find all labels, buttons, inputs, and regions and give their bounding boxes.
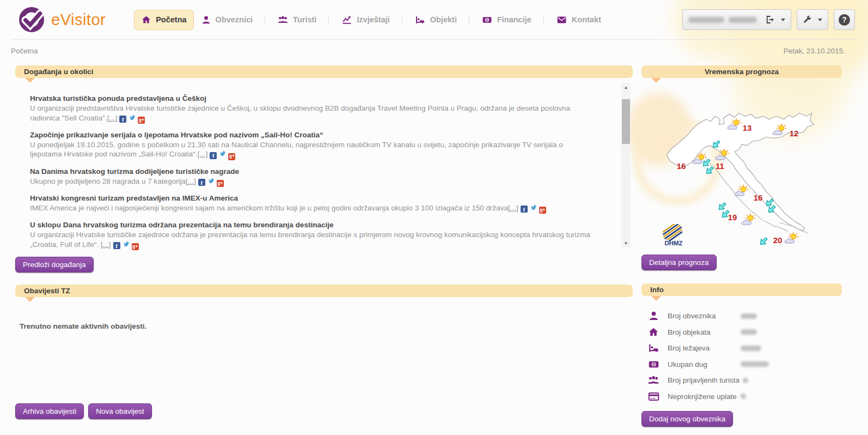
facebook-share-icon[interactable]: f [521,206,528,213]
info-label: Ukupan dug [668,360,737,368]
group-icon [277,15,289,25]
evisitor-logo[interactable]: eVisitor [17,5,106,34]
masked-value [743,378,748,383]
twitter-share-icon[interactable] [123,241,130,248]
notices-empty-message: Trenutno nemate aktivnih obavijesti. [20,322,633,330]
temperature-label: 16 [754,193,763,202]
nav-item-turisti[interactable]: Turisti [270,10,323,30]
info-row-turisti: Broj prijavljenih turista [641,372,842,389]
googleplus-share-icon[interactable]: g+ [228,153,235,160]
temperature-label: 20 [773,235,783,245]
top-bar: eVisitor Početna Obveznici Turisti [0,0,868,39]
user-toolbar: ? [682,9,855,30]
news-item-text: IMEX America je najveći i najposjećeniji… [30,204,508,212]
panel-title: Info [641,286,664,294]
nav-item-objekti[interactable]: Objekti [407,10,464,30]
notices-archive-button[interactable]: Arhiva obavijesti [15,403,84,419]
main-nav: Početna Obveznici Turisti Izvještaji [134,10,608,30]
news-item-title: Hrvatska turistička ponuda predstavljena… [30,94,595,102]
facebook-share-icon[interactable]: f [113,242,120,249]
scrollbar-thumb[interactable] [622,99,630,144]
nav-separator [469,15,469,25]
read-more-link[interactable]: [...] [107,114,118,122]
help-button[interactable]: ? [834,9,855,30]
news-item: Hrvatski kongresni turizam predstavljen … [30,194,595,214]
sun-cloud-icon [715,148,733,161]
scroll-down-arrow[interactable]: ▼ [621,239,631,247]
info-rows: Broj obveznika Broj objekata Broj ležaje… [641,308,842,404]
scroll-up-arrow[interactable]: ▲ [621,83,631,92]
news-item: Na Danima hrvatskog turizma dodijeljene … [30,167,595,187]
info-label: Neproknjižene uplate [668,392,737,401]
banknote-icon [646,359,661,370]
temperature-label: 19 [728,213,737,222]
news-item: Hrvatska turistička ponuda predstavljena… [30,94,595,124]
news-item-text: Ukupno je podijeljeno 28 nagrada u 7 kat… [30,177,186,185]
facebook-share-icon[interactable]: f [119,116,126,123]
banknote-icon [481,15,493,25]
home-icon [646,327,661,338]
nav-item-izvjestaji[interactable]: Izvještaji [334,10,396,30]
dhmz-logo: DHMZ [661,224,686,249]
twitter-share-icon[interactable] [129,114,136,122]
group-icon [646,374,661,386]
panel-title: Obavijesti TZ [15,287,70,295]
read-more-link[interactable]: [...] [508,204,518,212]
topbar-divider [11,39,857,40]
chart-icon [341,15,352,25]
add-new-obveznik-button[interactable]: Dodaj novog obveznika [641,411,733,427]
nav-label: Objekti [430,15,457,24]
wind-arrow-icon [711,139,722,150]
googleplus-share-icon[interactable]: g+ [217,180,224,187]
masked-value [741,394,746,399]
panel-title: Događanja u okolici [15,68,94,76]
masked-value [741,313,757,319]
twitter-share-icon[interactable] [530,204,537,212]
nav-separator [328,15,329,25]
info-row-dug: Ukupan dug [641,357,842,373]
read-more-link[interactable]: [...] [101,240,111,249]
suggest-events-button[interactable]: Predloži događanja [15,257,94,273]
evisitor-check-icon [17,5,46,34]
masked-username [688,17,724,23]
masked-username [729,17,757,23]
new-notice-button[interactable]: Nova obavijest [88,403,152,419]
nav-item-financije[interactable]: Financije [474,10,539,30]
panel-title: Vremenska prognoza [705,68,779,76]
wrench-icon [803,15,812,25]
nav-item-obveznici[interactable]: Obveznici [194,10,260,30]
nav-item-pocetna[interactable]: Početna [134,10,193,30]
news-item-text: U ponedjeljak 19.10.2015. godine s počet… [30,141,563,159]
person-icon [646,310,661,322]
news-item-body: IMEX America je najveći i najposjećeniji… [30,203,595,214]
sun-cloud-icon [772,123,791,136]
nav-item-kontakt[interactable]: Kontakt [549,10,608,30]
news-item-title: Započinje prikazivanje serijala o ljepot… [30,131,595,139]
facebook-share-icon[interactable]: f [210,152,217,159]
wind-arrow-icon [704,165,715,176]
masked-value [741,346,761,351]
logout-icon [765,15,775,25]
news-item-body: U organizaciji predstavništva Hrvatske t… [30,104,595,124]
wind-arrow-icon [766,204,777,215]
detailed-forecast-button[interactable]: Detaljna prognoza [641,255,717,270]
temperature-label: 13 [743,123,752,132]
googleplus-share-icon[interactable]: g+ [132,243,139,250]
googleplus-share-icon[interactable]: g+ [138,117,145,124]
twitter-share-icon[interactable] [207,178,215,185]
read-more-link[interactable]: [...] [198,150,208,158]
tools-menu-button[interactable] [797,9,828,30]
news-scrollbar[interactable]: ▲ ▼ [621,83,631,247]
googleplus-share-icon[interactable]: g+ [539,207,546,214]
home-icon [141,15,151,25]
info-row-lezajevi: Broj ležajeva [641,340,842,357]
help-icon: ? [839,14,850,26]
twitter-share-icon[interactable] [219,150,226,158]
news-item-body: Ukupno je podijeljeno 28 nagrada u 7 kat… [30,177,595,187]
news-item-title: Hrvatski kongresni turizam predstavljen … [30,194,595,202]
info-panel-header: Info [641,283,842,296]
person-icon [201,15,211,25]
read-more-link[interactable]: [...] [186,177,196,185]
user-menu-button[interactable] [682,9,791,30]
facebook-share-icon[interactable]: f [198,179,205,186]
